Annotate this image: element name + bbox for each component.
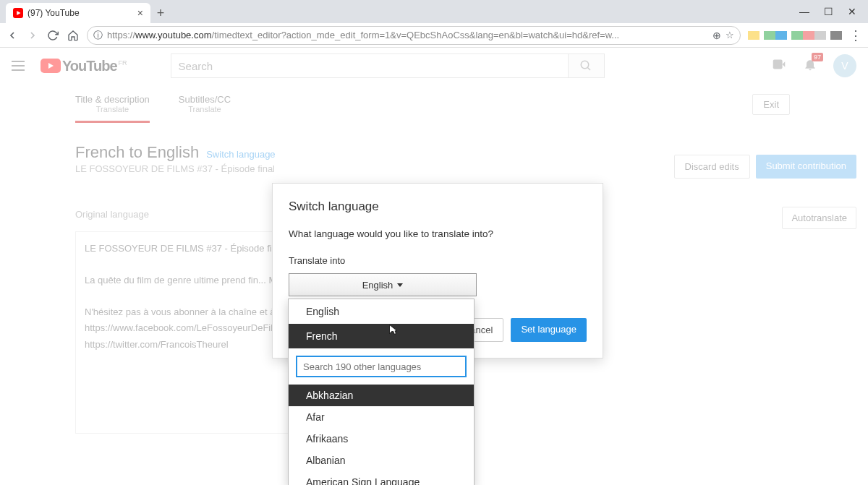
browser-tab[interactable]: (97) YouTube × <box>6 3 150 23</box>
language-option-english[interactable]: English <box>289 299 474 324</box>
caret-down-icon <box>397 283 403 287</box>
modal-prompt: What language would you like to translat… <box>289 228 587 239</box>
modal-title: Switch language <box>289 199 587 214</box>
zoom-icon[interactable]: ⊕ <box>712 30 721 41</box>
url-text: https://www.youtube.com/timedtext_editor… <box>107 30 708 40</box>
maximize-icon[interactable]: ☐ <box>824 6 833 17</box>
close-window-icon[interactable]: ✕ <box>848 6 856 17</box>
browser-toolbar: ⓘ https://www.youtube.com/timedtext_edit… <box>0 23 868 48</box>
language-search-input[interactable] <box>296 356 467 377</box>
language-option[interactable]: American Sign Language <box>289 471 474 485</box>
language-option[interactable]: Abkhazian <box>289 385 474 406</box>
current-language: English <box>362 280 393 291</box>
language-option[interactable]: Afrikaans <box>289 428 474 450</box>
back-icon[interactable] <box>6 29 19 42</box>
new-tab-button[interactable]: + <box>150 3 171 23</box>
close-tab-icon[interactable]: × <box>137 7 143 19</box>
address-bar[interactable]: ⓘ https://www.youtube.com/timedtext_edit… <box>87 26 741 45</box>
set-language-button[interactable]: Set language <box>511 318 587 342</box>
browser-menu-icon[interactable]: ⋮ <box>849 27 862 43</box>
language-option-french[interactable]: French <box>289 324 474 348</box>
language-list[interactable]: Abkhazian Afar Afrikaans Albanian Americ… <box>289 385 474 485</box>
translate-into-label: Translate into <box>289 255 587 266</box>
youtube-favicon-icon <box>13 8 23 18</box>
extension-icons[interactable] <box>748 31 842 40</box>
window-controls: — ☐ ✕ <box>788 0 868 23</box>
minimize-icon[interactable]: — <box>799 6 809 17</box>
language-dropdown-panel: English French Abkhazian Afar Afrikaans … <box>288 299 475 485</box>
language-option[interactable]: Afar <box>289 406 474 428</box>
browser-tab-bar: (97) YouTube × + — ☐ ✕ <box>0 0 868 23</box>
forward-icon[interactable] <box>26 29 39 42</box>
home-icon[interactable] <box>67 29 80 42</box>
language-dropdown-button[interactable]: English <box>289 273 477 296</box>
tab-title: (97) YouTube <box>27 8 133 18</box>
language-option[interactable]: Albanian <box>289 450 474 471</box>
bookmark-star-icon[interactable]: ☆ <box>726 30 734 40</box>
reload-icon[interactable] <box>46 29 59 42</box>
site-info-icon[interactable]: ⓘ <box>93 29 103 42</box>
